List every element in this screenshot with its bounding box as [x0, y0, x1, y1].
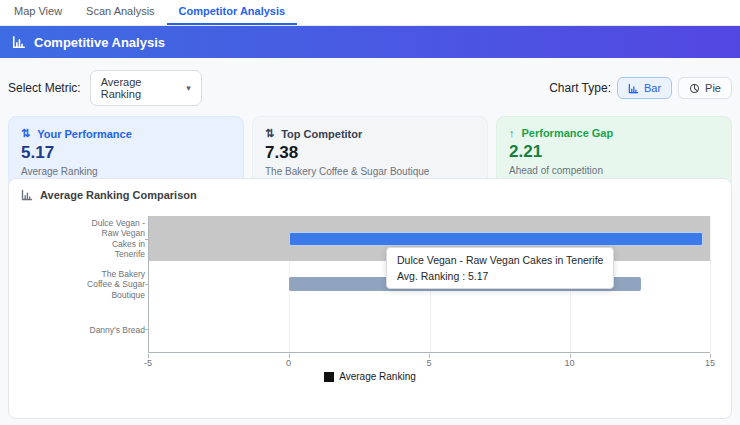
competitor-analysis-page: Map View Scan Analysis Competitor Analys…: [0, 0, 740, 425]
metric-dropdown[interactable]: Average Ranking ▾: [90, 70, 202, 106]
x-axis-tick-label: 15: [705, 358, 715, 368]
x-axis-tick-label: 10: [564, 358, 574, 368]
card-title: Top Competitor: [281, 128, 362, 140]
chart-panel-title-row: Average Ranking Comparison: [9, 179, 731, 211]
page-title: Competitive Analysis: [34, 35, 165, 50]
pie-chart-icon: [689, 83, 700, 94]
tab-bar: Map View Scan Analysis Competitor Analys…: [0, 0, 740, 26]
x-axis-tick-label: 5: [426, 358, 431, 368]
tab-map-view[interactable]: Map View: [2, 0, 74, 25]
bar-chart-icon: [12, 35, 26, 49]
card-subtitle: Ahead of competition: [509, 165, 719, 176]
card-subtitle: The Bakery Coffee & Sugar Boutique: [265, 166, 475, 177]
chevron-down-icon: ▾: [186, 84, 191, 93]
x-axis-tick-label: -5: [144, 358, 152, 368]
tooltip-value: Avg. Ranking : 5.17: [397, 270, 603, 282]
card-title: Performance Gap: [522, 127, 614, 139]
card-value: 5.17: [21, 143, 231, 163]
plot-area: Dulce Vegan - Raw Vegan Cakes in Tenerif…: [148, 216, 710, 353]
card-title: Your Performance: [37, 128, 132, 140]
metric-dropdown-value: Average Ranking: [101, 76, 178, 100]
up-down-arrows-icon: ⇅: [21, 127, 30, 140]
card-title-row: ⇅ Your Performance: [21, 127, 231, 140]
metric-selector-group: Select Metric: Average Ranking ▾: [8, 70, 202, 106]
card-title-row: ⇅ Top Competitor: [265, 127, 475, 140]
chart-type-label: Chart Type:: [549, 81, 611, 95]
card-value: 7.38: [265, 143, 475, 163]
card-title-row: ↑ Performance Gap: [509, 127, 719, 139]
x-axis-tick-label: 0: [286, 358, 291, 368]
up-down-arrows-icon: ⇅: [265, 127, 274, 140]
y-axis-label: Dulce Vegan - Raw Vegan Cakes in Tenerif…: [67, 216, 145, 262]
y-axis-label: The Bakery Coffee & Sugar Boutique: [67, 262, 145, 308]
chart-panel: Average Ranking Comparison Dulce Vegan -…: [8, 178, 732, 419]
x-axis: -5051015: [148, 354, 710, 370]
chart-type-group: Chart Type: Bar Pie: [549, 77, 732, 99]
pie-chart-button[interactable]: Pie: [678, 77, 732, 99]
y-axis-tick: [145, 284, 149, 285]
up-arrow-icon: ↑: [509, 127, 515, 139]
page-header: Competitive Analysis: [0, 26, 740, 58]
legend-swatch: [324, 372, 334, 382]
chart-title: Average Ranking Comparison: [40, 189, 197, 201]
bar-chart-icon: [21, 189, 33, 201]
bar-button-label: Bar: [644, 82, 661, 94]
gridline: [710, 216, 711, 352]
tab-competitor-analysis[interactable]: Competitor Analysis: [167, 0, 298, 25]
y-axis-labels: Dulce Vegan - Raw Vegan Cakes in Tenerif…: [67, 216, 145, 353]
y-axis-label: Danny's Bread: [67, 307, 145, 353]
tab-scan-analysis[interactable]: Scan Analysis: [74, 0, 166, 25]
card-value: 2.21: [509, 142, 719, 162]
card-subtitle: Average Ranking: [21, 166, 231, 177]
chart-tooltip: Dulce Vegan - Raw Vegan Cakes in Tenerif…: [386, 247, 614, 289]
bar-chart-button[interactable]: Bar: [617, 77, 672, 99]
legend-label: Average Ranking: [339, 371, 416, 382]
pie-button-label: Pie: [705, 82, 721, 94]
y-axis-tick: [145, 239, 149, 240]
y-axis-tick: [145, 329, 149, 330]
bar-chart-icon: [628, 83, 639, 94]
bar-0[interactable]: [289, 232, 703, 246]
chart-legend[interactable]: Average Ranking: [9, 371, 731, 382]
controls-row: Select Metric: Average Ranking ▾ Chart T…: [0, 58, 740, 116]
select-metric-label: Select Metric:: [8, 81, 81, 95]
tooltip-title: Dulce Vegan - Raw Vegan Cakes in Tenerif…: [397, 254, 603, 266]
